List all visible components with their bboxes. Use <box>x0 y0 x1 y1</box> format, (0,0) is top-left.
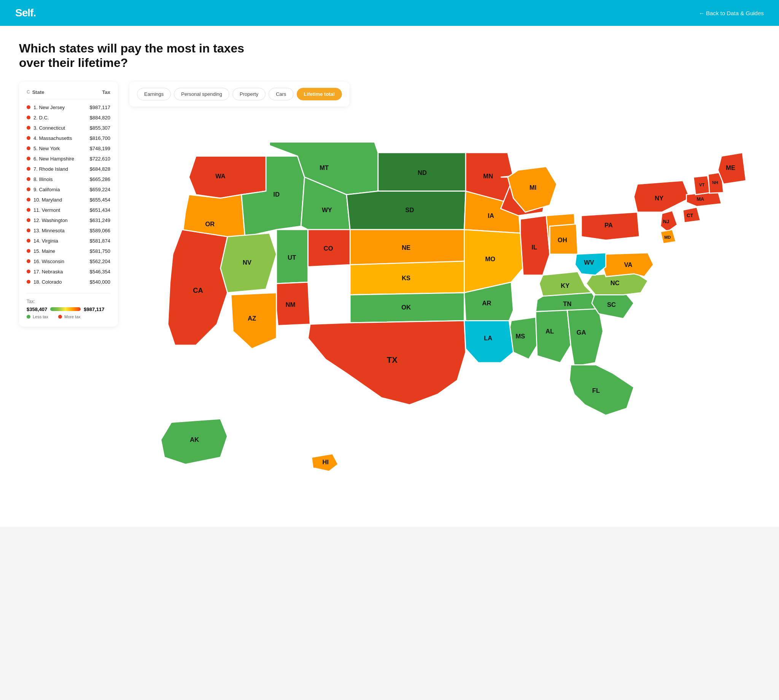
state-CO <box>308 230 350 267</box>
state-CA <box>168 230 227 345</box>
us-map: WA OR ID MT WY ND <box>129 114 760 508</box>
legend-max: $987,117 <box>84 307 104 312</box>
tab-earnings[interactable]: Earnings <box>137 88 171 100</box>
state-tax: $987,117 <box>90 105 110 110</box>
state-AK <box>161 418 227 464</box>
sidebar-table: C State Tax 1. New Jersey $987,117 2. D.… <box>19 82 118 327</box>
state-row: 9. California $659,224 <box>27 184 110 195</box>
state-dot <box>27 136 30 140</box>
tab-cars[interactable]: Cars <box>269 88 293 100</box>
tab-lifetime-total[interactable]: Lifetime total <box>297 88 342 100</box>
legend-bar-row: $358,407 $987,117 <box>27 307 110 312</box>
state-name: 12. Washington <box>33 217 68 223</box>
legend-min: $358,407 <box>27 307 47 312</box>
state-tax: $684,828 <box>90 166 110 172</box>
state-row: 16. Wisconsin $562,204 <box>27 256 110 267</box>
state-row: 8. Illinois $665,286 <box>27 174 110 184</box>
legend-tax-label: Tax: <box>27 299 110 304</box>
state-LA <box>464 320 514 363</box>
state-tax: $589,066 <box>90 228 110 233</box>
state-tax: $562,204 <box>90 258 110 264</box>
state-dot <box>27 177 30 181</box>
state-row: 6. New Hampshire $722,610 <box>27 153 110 164</box>
state-name: 10. Maryland <box>33 197 62 203</box>
state-row: 4. Massachusetts $816,700 <box>27 133 110 143</box>
state-name: 3. Connecticut <box>33 125 65 131</box>
less-tax-label: Less tax <box>33 315 48 319</box>
state-tax: $655,454 <box>90 197 110 203</box>
state-name: 17. Nebraska <box>33 269 63 275</box>
state-TX <box>308 320 465 405</box>
state-SD <box>347 191 465 229</box>
state-name: 9. California <box>33 187 60 192</box>
state-name: 4. Massachusetts <box>33 135 72 141</box>
state-rows-container: 1. New Jersey $987,117 2. D.C. $884,820 … <box>27 102 110 287</box>
more-tax-dot <box>58 315 62 318</box>
state-tax: $581,750 <box>90 248 110 254</box>
state-ND <box>378 152 465 191</box>
legend-area: Tax: $358,407 $987,117 Less tax More tax <box>27 293 110 319</box>
state-row: 17. Nebraska $546,354 <box>27 267 110 277</box>
state-dot <box>27 198 30 202</box>
more-tax-label: More tax <box>64 315 81 319</box>
state-row: 10. Maryland $655,454 <box>27 195 110 205</box>
state-WV <box>575 253 606 275</box>
state-dot <box>27 249 30 253</box>
state-dot <box>27 239 30 243</box>
state-name: 16. Wisconsin <box>33 258 64 264</box>
state-tax: $631,249 <box>90 217 110 223</box>
state-name: 18. Colorado <box>33 279 62 285</box>
state-name: 1. New Jersey <box>33 105 65 110</box>
state-dot <box>27 259 30 263</box>
state-PA <box>581 212 639 240</box>
tab-property[interactable]: Property <box>232 88 265 100</box>
state-dot <box>27 105 30 109</box>
state-name: 2. D.C. <box>33 115 49 120</box>
main-content: Which states will pay the most in taxes … <box>0 26 779 527</box>
legend-gradient-bar <box>50 307 81 311</box>
state-FL <box>569 365 634 415</box>
col-c-label: C <box>27 89 30 95</box>
state-OH <box>550 224 578 254</box>
state-name: 13. Minnesota <box>33 228 65 233</box>
state-AL <box>535 310 570 363</box>
tabs-container: EarningsPersonal spendingPropertyCarsLif… <box>129 82 350 107</box>
state-ME <box>718 152 746 184</box>
state-IL <box>520 216 550 275</box>
state-name: 11. Vermont <box>33 207 60 213</box>
state-NE <box>350 230 464 265</box>
less-tax-dot <box>27 315 30 318</box>
state-dot <box>27 126 30 130</box>
state-tax: $855,307 <box>90 125 110 131</box>
state-name: 15. Maine <box>33 248 55 254</box>
state-UT <box>277 230 308 283</box>
state-row: 13. Minnesota $589,066 <box>27 225 110 236</box>
state-dot <box>27 218 30 222</box>
state-name: 8. Illinois <box>33 177 53 182</box>
state-row: 7. Rhode Island $684,828 <box>27 164 110 174</box>
state-NJ <box>661 211 677 232</box>
header: Self. ← Back to Data & Guides <box>0 0 779 26</box>
state-CT <box>683 207 700 223</box>
state-tax: $722,610 <box>90 156 110 162</box>
state-NY <box>634 181 690 212</box>
state-tax: $748,199 <box>90 146 110 151</box>
state-tax: $546,354 <box>90 269 110 275</box>
state-row: 14. Virginia $581,874 <box>27 236 110 246</box>
back-link[interactable]: ← Back to Data & Guides <box>699 10 764 17</box>
state-row: 1. New Jersey $987,117 <box>27 102 110 113</box>
state-MD <box>661 230 676 244</box>
state-row: 2. D.C. $884,820 <box>27 113 110 123</box>
state-name: 14. Virginia <box>33 238 58 244</box>
state-AZ <box>231 293 277 349</box>
state-row: 15. Maine $581,750 <box>27 246 110 256</box>
tab-personal-spending[interactable]: Personal spending <box>174 88 229 100</box>
state-row: 3. Connecticut $855,307 <box>27 123 110 133</box>
state-row: 11. Vermont $651,434 <box>27 205 110 215</box>
state-dot <box>27 116 30 119</box>
page-title: Which states will pay the most in taxes … <box>19 41 247 70</box>
legend-colors: Less tax More tax <box>27 315 110 319</box>
state-OK <box>350 293 464 323</box>
state-dot <box>27 167 30 171</box>
state-NV <box>220 233 276 293</box>
